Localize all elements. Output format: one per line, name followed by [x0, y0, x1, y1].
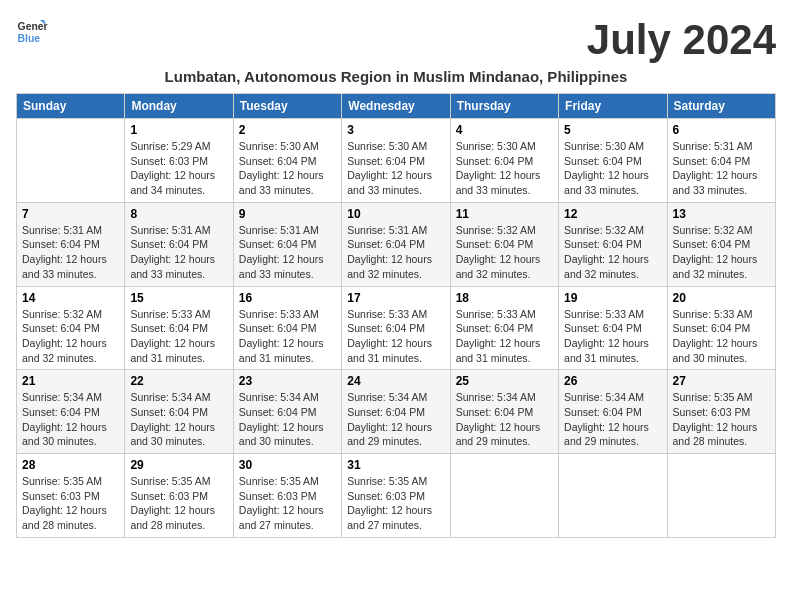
day-number: 2 — [239, 123, 336, 137]
calendar-cell: 1Sunrise: 5:29 AMSunset: 6:03 PMDaylight… — [125, 119, 233, 203]
day-number: 22 — [130, 374, 227, 388]
calendar-cell — [17, 119, 125, 203]
day-number: 5 — [564, 123, 661, 137]
day-info: Sunrise: 5:29 AMSunset: 6:03 PMDaylight:… — [130, 139, 227, 198]
calendar-cell: 21Sunrise: 5:34 AMSunset: 6:04 PMDayligh… — [17, 370, 125, 454]
day-info: Sunrise: 5:34 AMSunset: 6:04 PMDaylight:… — [22, 390, 119, 449]
calendar-cell: 26Sunrise: 5:34 AMSunset: 6:04 PMDayligh… — [559, 370, 667, 454]
day-info: Sunrise: 5:33 AMSunset: 6:04 PMDaylight:… — [130, 307, 227, 366]
day-number: 12 — [564, 207, 661, 221]
calendar-cell: 30Sunrise: 5:35 AMSunset: 6:03 PMDayligh… — [233, 454, 341, 538]
day-info: Sunrise: 5:33 AMSunset: 6:04 PMDaylight:… — [673, 307, 770, 366]
day-info: Sunrise: 5:34 AMSunset: 6:04 PMDaylight:… — [564, 390, 661, 449]
day-number: 28 — [22, 458, 119, 472]
day-number: 20 — [673, 291, 770, 305]
svg-text:Blue: Blue — [18, 33, 41, 44]
header-wednesday: Wednesday — [342, 94, 450, 119]
day-info: Sunrise: 5:35 AMSunset: 6:03 PMDaylight:… — [347, 474, 444, 533]
day-info: Sunrise: 5:34 AMSunset: 6:04 PMDaylight:… — [239, 390, 336, 449]
calendar-cell: 17Sunrise: 5:33 AMSunset: 6:04 PMDayligh… — [342, 286, 450, 370]
calendar-header-row: SundayMondayTuesdayWednesdayThursdayFrid… — [17, 94, 776, 119]
calendar-cell: 3Sunrise: 5:30 AMSunset: 6:04 PMDaylight… — [342, 119, 450, 203]
day-info: Sunrise: 5:32 AMSunset: 6:04 PMDaylight:… — [673, 223, 770, 282]
header-sunday: Sunday — [17, 94, 125, 119]
calendar-cell — [667, 454, 775, 538]
day-number: 13 — [673, 207, 770, 221]
page-header: General Blue July 2024 — [16, 16, 776, 64]
calendar-cell: 18Sunrise: 5:33 AMSunset: 6:04 PMDayligh… — [450, 286, 558, 370]
header-saturday: Saturday — [667, 94, 775, 119]
calendar-cell: 22Sunrise: 5:34 AMSunset: 6:04 PMDayligh… — [125, 370, 233, 454]
calendar-cell — [450, 454, 558, 538]
calendar-week-5: 28Sunrise: 5:35 AMSunset: 6:03 PMDayligh… — [17, 454, 776, 538]
day-info: Sunrise: 5:34 AMSunset: 6:04 PMDaylight:… — [456, 390, 553, 449]
calendar-cell: 6Sunrise: 5:31 AMSunset: 6:04 PMDaylight… — [667, 119, 775, 203]
header-tuesday: Tuesday — [233, 94, 341, 119]
calendar-cell: 14Sunrise: 5:32 AMSunset: 6:04 PMDayligh… — [17, 286, 125, 370]
day-number: 18 — [456, 291, 553, 305]
day-info: Sunrise: 5:30 AMSunset: 6:04 PMDaylight:… — [239, 139, 336, 198]
calendar-cell: 5Sunrise: 5:30 AMSunset: 6:04 PMDaylight… — [559, 119, 667, 203]
day-info: Sunrise: 5:30 AMSunset: 6:04 PMDaylight:… — [347, 139, 444, 198]
day-info: Sunrise: 5:33 AMSunset: 6:04 PMDaylight:… — [564, 307, 661, 366]
calendar-cell: 19Sunrise: 5:33 AMSunset: 6:04 PMDayligh… — [559, 286, 667, 370]
calendar-cell: 31Sunrise: 5:35 AMSunset: 6:03 PMDayligh… — [342, 454, 450, 538]
calendar-cell: 8Sunrise: 5:31 AMSunset: 6:04 PMDaylight… — [125, 202, 233, 286]
header-monday: Monday — [125, 94, 233, 119]
calendar-cell: 11Sunrise: 5:32 AMSunset: 6:04 PMDayligh… — [450, 202, 558, 286]
calendar-cell: 23Sunrise: 5:34 AMSunset: 6:04 PMDayligh… — [233, 370, 341, 454]
calendar-cell: 24Sunrise: 5:34 AMSunset: 6:04 PMDayligh… — [342, 370, 450, 454]
calendar-cell: 4Sunrise: 5:30 AMSunset: 6:04 PMDaylight… — [450, 119, 558, 203]
day-number: 29 — [130, 458, 227, 472]
day-info: Sunrise: 5:31 AMSunset: 6:04 PMDaylight:… — [22, 223, 119, 282]
calendar-cell: 2Sunrise: 5:30 AMSunset: 6:04 PMDaylight… — [233, 119, 341, 203]
day-info: Sunrise: 5:32 AMSunset: 6:04 PMDaylight:… — [564, 223, 661, 282]
day-info: Sunrise: 5:34 AMSunset: 6:04 PMDaylight:… — [347, 390, 444, 449]
location-title: Lumbatan, Autonomous Region in Muslim Mi… — [16, 68, 776, 85]
header-friday: Friday — [559, 94, 667, 119]
day-number: 26 — [564, 374, 661, 388]
calendar-cell: 9Sunrise: 5:31 AMSunset: 6:04 PMDaylight… — [233, 202, 341, 286]
calendar-cell: 16Sunrise: 5:33 AMSunset: 6:04 PMDayligh… — [233, 286, 341, 370]
day-number: 14 — [22, 291, 119, 305]
day-info: Sunrise: 5:35 AMSunset: 6:03 PMDaylight:… — [673, 390, 770, 449]
calendar-week-4: 21Sunrise: 5:34 AMSunset: 6:04 PMDayligh… — [17, 370, 776, 454]
day-info: Sunrise: 5:33 AMSunset: 6:04 PMDaylight:… — [347, 307, 444, 366]
calendar-cell: 12Sunrise: 5:32 AMSunset: 6:04 PMDayligh… — [559, 202, 667, 286]
day-info: Sunrise: 5:33 AMSunset: 6:04 PMDaylight:… — [239, 307, 336, 366]
day-number: 7 — [22, 207, 119, 221]
month-year-title: July 2024 — [587, 16, 776, 64]
day-number: 31 — [347, 458, 444, 472]
day-info: Sunrise: 5:32 AMSunset: 6:04 PMDaylight:… — [22, 307, 119, 366]
calendar-cell: 27Sunrise: 5:35 AMSunset: 6:03 PMDayligh… — [667, 370, 775, 454]
day-info: Sunrise: 5:34 AMSunset: 6:04 PMDaylight:… — [130, 390, 227, 449]
day-number: 30 — [239, 458, 336, 472]
calendar-week-1: 1Sunrise: 5:29 AMSunset: 6:03 PMDaylight… — [17, 119, 776, 203]
day-number: 10 — [347, 207, 444, 221]
day-number: 19 — [564, 291, 661, 305]
day-info: Sunrise: 5:31 AMSunset: 6:04 PMDaylight:… — [347, 223, 444, 282]
logo: General Blue — [16, 16, 48, 48]
calendar-table: SundayMondayTuesdayWednesdayThursdayFrid… — [16, 93, 776, 538]
day-number: 25 — [456, 374, 553, 388]
day-info: Sunrise: 5:30 AMSunset: 6:04 PMDaylight:… — [564, 139, 661, 198]
day-number: 15 — [130, 291, 227, 305]
day-number: 24 — [347, 374, 444, 388]
day-number: 21 — [22, 374, 119, 388]
day-info: Sunrise: 5:31 AMSunset: 6:04 PMDaylight:… — [673, 139, 770, 198]
day-number: 27 — [673, 374, 770, 388]
calendar-week-2: 7Sunrise: 5:31 AMSunset: 6:04 PMDaylight… — [17, 202, 776, 286]
day-info: Sunrise: 5:35 AMSunset: 6:03 PMDaylight:… — [239, 474, 336, 533]
calendar-cell: 13Sunrise: 5:32 AMSunset: 6:04 PMDayligh… — [667, 202, 775, 286]
day-number: 3 — [347, 123, 444, 137]
calendar-cell: 10Sunrise: 5:31 AMSunset: 6:04 PMDayligh… — [342, 202, 450, 286]
day-info: Sunrise: 5:32 AMSunset: 6:04 PMDaylight:… — [456, 223, 553, 282]
day-info: Sunrise: 5:30 AMSunset: 6:04 PMDaylight:… — [456, 139, 553, 198]
svg-text:General: General — [18, 21, 48, 32]
day-number: 4 — [456, 123, 553, 137]
day-number: 9 — [239, 207, 336, 221]
calendar-cell: 29Sunrise: 5:35 AMSunset: 6:03 PMDayligh… — [125, 454, 233, 538]
calendar-cell: 20Sunrise: 5:33 AMSunset: 6:04 PMDayligh… — [667, 286, 775, 370]
day-number: 8 — [130, 207, 227, 221]
day-number: 11 — [456, 207, 553, 221]
